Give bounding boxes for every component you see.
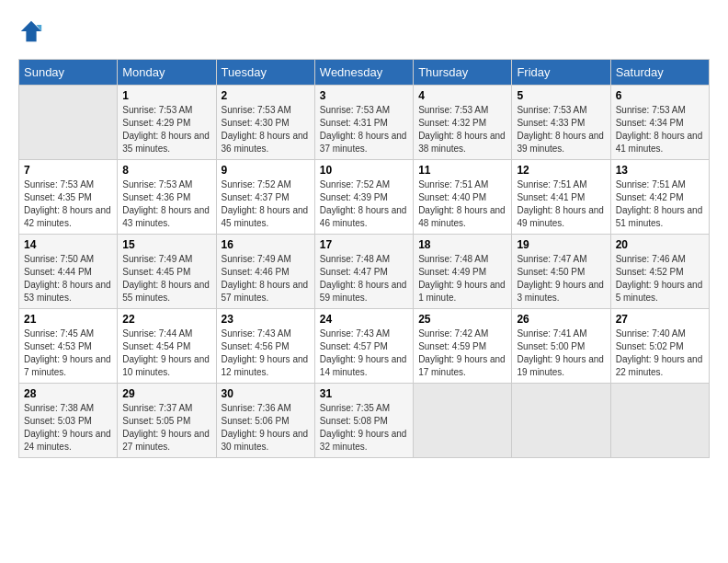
day-info: Sunrise: 7:53 AM Sunset: 4:36 PM Dayligh… [122,178,210,230]
day-info: Sunrise: 7:50 AM Sunset: 4:44 PM Dayligh… [24,253,112,304]
daylight-text: Daylight: 8 hours and 48 minutes. [418,205,506,228]
calendar-cell: 8 Sunrise: 7:53 AM Sunset: 4:36 PM Dayli… [118,160,216,235]
sunset-text: Sunset: 4:49 PM [418,267,486,277]
day-info: Sunrise: 7:53 AM Sunset: 4:33 PM Dayligh… [517,104,605,155]
daylight-text: Daylight: 8 hours and 51 minutes. [616,205,703,228]
day-number: 12 [517,164,605,177]
day-number: 31 [320,387,408,400]
sunset-text: Sunset: 4:32 PM [418,118,486,128]
day-number: 6 [616,89,704,102]
calendar-cell: 23 Sunrise: 7:43 AM Sunset: 4:56 PM Dayl… [216,309,314,384]
weekday-header-wednesday: Wednesday [314,60,413,86]
day-number: 26 [517,313,605,326]
daylight-text: Daylight: 9 hours and 27 minutes. [122,429,210,452]
daylight-text: Daylight: 9 hours and 14 minutes. [320,354,407,377]
calendar-cell: 31 Sunrise: 7:35 AM Sunset: 5:08 PM Dayl… [314,384,413,458]
daylight-text: Daylight: 8 hours and 46 minutes. [320,205,407,228]
day-info: Sunrise: 7:53 AM Sunset: 4:29 PM Dayligh… [122,104,210,155]
daylight-text: Daylight: 8 hours and 59 minutes. [320,280,407,303]
sunset-text: Sunset: 4:59 PM [418,341,486,351]
svg-marker-0 [21,21,41,41]
day-number: 9 [222,164,310,177]
sunrise-text: Sunrise: 7:44 AM [122,328,192,339]
calendar-cell: 10 Sunrise: 7:52 AM Sunset: 4:39 PM Dayl… [314,160,413,235]
day-number: 2 [222,89,310,102]
daylight-text: Daylight: 8 hours and 36 minutes. [222,131,309,154]
daylight-text: Daylight: 8 hours and 55 minutes. [122,280,210,303]
day-number: 25 [418,313,506,326]
calendar-table: SundayMondayTuesdayWednesdayThursdayFrid… [18,59,710,458]
calendar-cell: 11 Sunrise: 7:51 AM Sunset: 4:40 PM Dayl… [414,160,512,235]
daylight-text: Daylight: 9 hours and 7 minutes. [24,354,111,377]
calendar-cell: 5 Sunrise: 7:53 AM Sunset: 4:33 PM Dayli… [512,86,610,160]
sunset-text: Sunset: 4:36 PM [122,192,190,202]
day-number: 5 [517,89,605,102]
day-number: 13 [616,164,704,177]
day-info: Sunrise: 7:38 AM Sunset: 5:03 PM Dayligh… [24,402,112,454]
daylight-text: Daylight: 8 hours and 53 minutes. [24,280,111,303]
sunrise-text: Sunrise: 7:51 AM [616,179,686,190]
page-header [18,18,710,44]
calendar-cell [414,384,512,458]
sunset-text: Sunset: 4:56 PM [222,341,290,351]
calendar-cell: 3 Sunrise: 7:53 AM Sunset: 4:31 PM Dayli… [314,86,413,160]
daylight-text: Daylight: 9 hours and 10 minutes. [122,354,210,377]
day-number: 15 [122,238,210,251]
day-info: Sunrise: 7:48 AM Sunset: 4:47 PM Dayligh… [320,253,408,304]
sunrise-text: Sunrise: 7:40 AM [616,328,686,339]
calendar-week-row: 28 Sunrise: 7:38 AM Sunset: 5:03 PM Dayl… [19,384,710,458]
sunset-text: Sunset: 4:31 PM [320,118,388,128]
daylight-text: Daylight: 8 hours and 57 minutes. [222,280,309,303]
day-number: 22 [122,313,210,326]
sunset-text: Sunset: 4:50 PM [517,267,585,277]
sunrise-text: Sunrise: 7:48 AM [418,254,488,264]
sunset-text: Sunset: 4:52 PM [616,267,684,277]
day-number: 23 [222,313,310,326]
day-info: Sunrise: 7:46 AM Sunset: 4:52 PM Dayligh… [616,253,704,304]
day-info: Sunrise: 7:42 AM Sunset: 4:59 PM Dayligh… [418,327,506,379]
daylight-text: Daylight: 8 hours and 35 minutes. [122,131,210,154]
day-info: Sunrise: 7:53 AM Sunset: 4:31 PM Dayligh… [320,104,408,155]
sunset-text: Sunset: 5:08 PM [320,416,388,426]
day-number: 30 [222,387,310,400]
sunrise-text: Sunrise: 7:35 AM [320,403,390,413]
calendar-cell: 12 Sunrise: 7:51 AM Sunset: 4:41 PM Dayl… [512,160,610,235]
daylight-text: Daylight: 9 hours and 22 minutes. [616,354,703,377]
calendar-week-row: 21 Sunrise: 7:45 AM Sunset: 4:53 PM Dayl… [19,309,710,384]
sunset-text: Sunset: 4:44 PM [24,267,92,277]
sunset-text: Sunset: 4:42 PM [616,192,684,202]
sunset-text: Sunset: 5:02 PM [616,341,684,351]
sunset-text: Sunset: 5:00 PM [517,341,585,351]
calendar-week-row: 7 Sunrise: 7:53 AM Sunset: 4:35 PM Dayli… [19,160,710,235]
sunset-text: Sunset: 4:34 PM [616,118,684,128]
sunset-text: Sunset: 4:54 PM [122,341,190,351]
sunrise-text: Sunrise: 7:53 AM [24,179,94,190]
calendar-cell: 17 Sunrise: 7:48 AM Sunset: 4:47 PM Dayl… [314,235,413,309]
calendar-cell: 21 Sunrise: 7:45 AM Sunset: 4:53 PM Dayl… [19,309,118,384]
day-info: Sunrise: 7:49 AM Sunset: 4:46 PM Dayligh… [222,253,310,304]
daylight-text: Daylight: 9 hours and 17 minutes. [418,354,506,377]
day-info: Sunrise: 7:40 AM Sunset: 5:02 PM Dayligh… [616,327,704,379]
sunrise-text: Sunrise: 7:48 AM [320,254,390,264]
day-info: Sunrise: 7:53 AM Sunset: 4:32 PM Dayligh… [418,104,506,155]
calendar-cell: 30 Sunrise: 7:36 AM Sunset: 5:06 PM Dayl… [216,384,314,458]
sunrise-text: Sunrise: 7:53 AM [517,105,586,115]
day-number: 11 [418,164,506,177]
day-info: Sunrise: 7:35 AM Sunset: 5:08 PM Dayligh… [320,402,408,454]
sunset-text: Sunset: 4:33 PM [517,118,585,128]
day-number: 17 [320,238,408,251]
sunrise-text: Sunrise: 7:43 AM [320,328,390,339]
day-number: 7 [24,164,112,177]
sunrise-text: Sunrise: 7:51 AM [517,179,586,190]
logo-icon [18,18,44,44]
daylight-text: Daylight: 8 hours and 42 minutes. [24,205,111,228]
sunrise-text: Sunrise: 7:53 AM [222,105,291,115]
daylight-text: Daylight: 8 hours and 43 minutes. [122,205,210,228]
sunrise-text: Sunrise: 7:49 AM [122,254,192,264]
day-info: Sunrise: 7:53 AM Sunset: 4:35 PM Dayligh… [24,178,112,230]
day-info: Sunrise: 7:43 AM Sunset: 4:56 PM Dayligh… [222,327,310,379]
day-number: 21 [24,313,112,326]
weekday-header-row: SundayMondayTuesdayWednesdayThursdayFrid… [19,60,710,86]
calendar-cell: 1 Sunrise: 7:53 AM Sunset: 4:29 PM Dayli… [118,86,216,160]
calendar-cell: 18 Sunrise: 7:48 AM Sunset: 4:49 PM Dayl… [414,235,512,309]
